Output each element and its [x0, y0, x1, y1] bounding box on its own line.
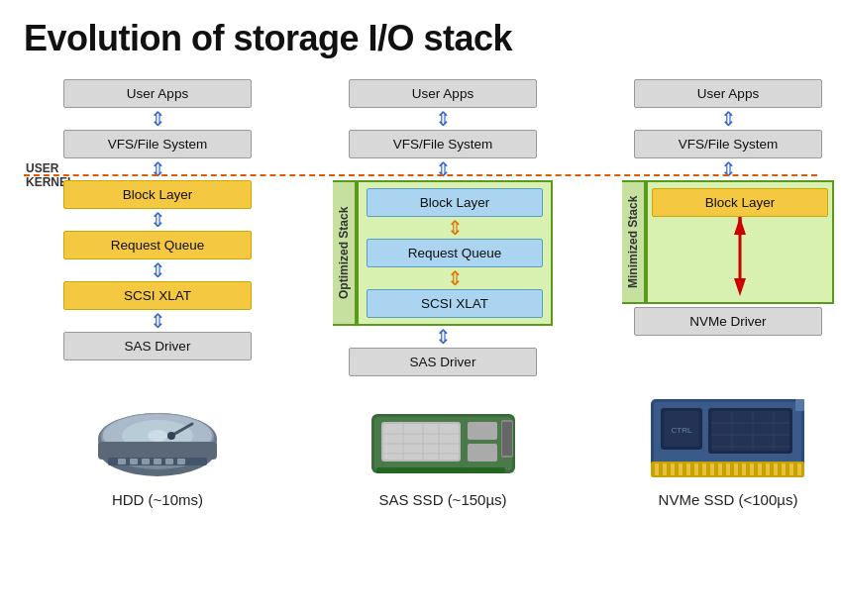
sas-sas-driver: SAS Driver — [349, 348, 537, 376]
svg-point-20 — [167, 432, 175, 440]
hdd-label: HDD (~10ms) — [112, 491, 203, 508]
svg-rect-33 — [376, 467, 505, 473]
svg-rect-50 — [742, 463, 746, 475]
svg-rect-11 — [98, 442, 217, 460]
sas-user-apps: User Apps — [349, 79, 537, 108]
sas-vfs: VFS/File System — [349, 130, 537, 158]
sas-ssd-image — [364, 394, 522, 483]
svg-rect-46 — [710, 463, 714, 475]
hdd-stack-column: User Apps ⇕ VFS/File System ⇕ Block Laye… — [24, 79, 291, 360]
svg-rect-55 — [782, 463, 786, 475]
svg-rect-31 — [468, 422, 497, 440]
svg-rect-48 — [726, 463, 730, 475]
nvme-red-arrow-container — [728, 217, 752, 296]
nvme-ssd-svg: CTRL — [649, 394, 807, 483]
svg-rect-59 — [711, 411, 789, 451]
svg-rect-35 — [502, 422, 512, 456]
svg-rect-32 — [468, 444, 497, 462]
sas-scsi-xlat: SCSI XLAT — [367, 289, 543, 318]
sas-arrow-5: ⇕ — [435, 326, 452, 348]
svg-rect-52 — [758, 463, 762, 475]
sas-arrow-4: ⇕ — [447, 267, 464, 289]
svg-rect-14 — [130, 459, 138, 464]
svg-rect-69 — [795, 399, 804, 411]
devices-row: HDD (~10ms) — [24, 394, 817, 508]
hdd-arrow-3: ⇕ — [150, 209, 166, 231]
svg-rect-53 — [766, 463, 770, 475]
sas-arrow-1: ⇕ — [435, 108, 452, 130]
sas-arrow-3: ⇕ — [447, 217, 464, 239]
diagram-area: User Apps ⇕ VFS/File System ⇕ Block Laye… — [24, 79, 817, 376]
nvme-arrow-1: ⇕ — [720, 108, 737, 130]
hdd-arrow-5: ⇕ — [150, 310, 166, 332]
svg-marker-1 — [734, 278, 746, 296]
nvme-user-apps: User Apps — [634, 79, 822, 108]
svg-rect-56 — [789, 463, 793, 475]
sas-block-layer: Block Layer — [367, 188, 543, 217]
sas-request-queue: Request Queue — [367, 239, 543, 267]
hdd-svg — [88, 394, 227, 483]
optimized-stack-inner: Block Layer ⇕ Request Queue ⇕ SCSI XLAT — [357, 180, 553, 326]
svg-rect-24 — [383, 424, 459, 460]
svg-rect-15 — [142, 459, 150, 464]
svg-rect-39 — [655, 463, 659, 475]
nvme-stack-column: User Apps ⇕ VFS/File System ⇕ Minimized … — [594, 79, 841, 336]
nvme-block-layer: Block Layer — [652, 188, 828, 217]
svg-rect-18 — [177, 459, 185, 464]
nvme-driver: NVMe Driver — [634, 307, 822, 336]
sas-arrow-2: ⇕ — [435, 158, 452, 180]
svg-point-10 — [148, 430, 167, 442]
svg-rect-43 — [686, 463, 690, 475]
hdd-user-apps: User Apps — [63, 79, 252, 108]
optimized-stack-wrapper: Optimized Stack Block Layer ⇕ Request Qu… — [333, 180, 553, 326]
nvme-vfs: VFS/File System — [634, 130, 822, 158]
hdd-image — [78, 394, 237, 483]
hdd-sas-driver: SAS Driver — [63, 332, 252, 360]
hdd-block-layer: Block Layer — [63, 180, 252, 209]
svg-rect-57 — [797, 463, 801, 475]
nvme-ssd-label: NVMe SSD (<100µs) — [659, 491, 798, 508]
svg-rect-49 — [734, 463, 738, 475]
svg-rect-54 — [774, 463, 778, 475]
minimized-stack-label: Minimized Stack — [622, 180, 646, 304]
minimized-stack-wrapper: Minimized Stack Block Layer — [622, 180, 834, 304]
nvme-arrow-2: ⇕ — [720, 158, 737, 180]
minimized-stack-inner: Block Layer — [646, 180, 834, 304]
svg-rect-40 — [663, 463, 667, 475]
svg-rect-17 — [165, 459, 173, 464]
optimized-stack-label: Optimized Stack — [333, 180, 357, 326]
svg-rect-42 — [679, 463, 683, 475]
sas-ssd-stack-column: User Apps ⇕ VFS/File System ⇕ Optimized … — [309, 79, 577, 376]
svg-rect-16 — [154, 459, 161, 464]
svg-rect-41 — [671, 463, 675, 475]
page-title: Evolution of storage I/O stack — [24, 18, 817, 59]
svg-rect-51 — [750, 463, 754, 475]
nvme-ssd-image: CTRL — [649, 394, 807, 483]
svg-marker-3 — [734, 217, 746, 235]
svg-rect-45 — [702, 463, 706, 475]
hdd-scsi-xlat: SCSI XLAT — [63, 281, 252, 310]
sas-ssd-device-col: SAS SSD (~150µs) — [309, 394, 577, 508]
hdd-request-queue: Request Queue — [63, 231, 252, 259]
svg-rect-13 — [118, 459, 126, 464]
svg-rect-47 — [718, 463, 722, 475]
user-kernel-divider — [24, 174, 817, 176]
hdd-arrow-1: ⇕ — [150, 108, 166, 130]
sas-ssd-svg — [367, 394, 520, 483]
hdd-arrow-4: ⇕ — [150, 259, 166, 281]
nvme-red-arrow-svg — [728, 217, 752, 296]
hdd-arrow-2: ⇕ — [150, 158, 166, 180]
nvme-ssd-device-col: CTRL NVMe SSD (<100µs) — [594, 394, 841, 508]
hdd-vfs: VFS/File System — [63, 130, 252, 158]
svg-text:CTRL: CTRL — [672, 426, 692, 435]
hdd-device-col: HDD (~10ms) — [24, 394, 291, 508]
svg-rect-44 — [694, 463, 698, 475]
sas-ssd-label: SAS SSD (~150µs) — [378, 491, 506, 508]
